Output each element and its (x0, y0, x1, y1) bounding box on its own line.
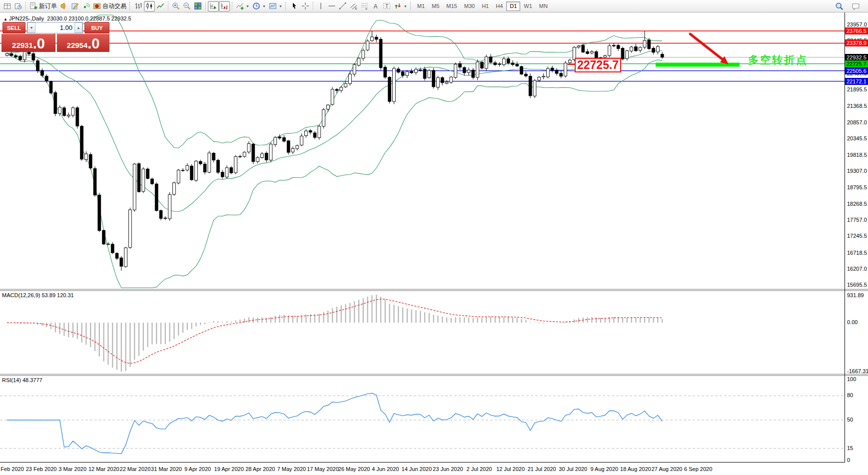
signals-icon[interactable] (80, 1, 91, 11)
bar-chart-icon[interactable] (133, 1, 144, 11)
template-icon[interactable]: ▼ (267, 1, 284, 11)
date-label: 4 Jun 2020 (372, 466, 399, 472)
dropdown-caret-icon[interactable]: ▼ (404, 4, 407, 8)
dropdown-caret-icon[interactable]: ▼ (262, 4, 266, 8)
zoom-in-icon[interactable] (170, 1, 181, 11)
chart-canvas[interactable] (0, 12, 868, 475)
price-annotation-box[interactable]: 22725.7 (575, 58, 621, 72)
line-chart-icon[interactable] (155, 1, 166, 11)
buy-price-box[interactable]: 22954 .0 (57, 34, 109, 52)
auto-scroll-icon[interactable] (208, 1, 219, 11)
one-click-trading-panel: SELL ▼ ▲ BUY 22931 .0 22954 .0 (1, 22, 109, 52)
macd-histogram (7, 295, 662, 372)
sell-button[interactable]: SELL (2, 22, 25, 33)
chat-icon[interactable] (850, 1, 862, 11)
date-label: 30 Jul 2020 (559, 466, 587, 472)
buy-button[interactable]: BUY (84, 22, 109, 33)
date-label: 3 Mar 2020 (58, 466, 86, 472)
price-line-badge: 22725.7 (845, 60, 868, 67)
buy-price-dec: .0 (87, 36, 99, 51)
date-label: 23 Jun 2020 (433, 466, 463, 472)
chart-window: ▲JPN225-,Daily 23030.0 23100.0 22887.5 2… (0, 12, 868, 475)
strategy-tester-icon[interactable] (12, 1, 23, 11)
macd-tick-label: -1667.31 (847, 368, 868, 374)
toolbar: 新订单 自动交易 ▼ ▼ ▼ E F A T ▼ M1 M5 M15 M30 H… (0, 0, 868, 12)
price-tick-label: 21368.5 (847, 103, 867, 109)
volume-up-button[interactable]: ▲ (74, 22, 82, 33)
date-label: 22 Mar 2020 (120, 466, 151, 472)
tf-m15-button[interactable]: M15 (443, 1, 460, 11)
autotrade-label: 自动交易 (102, 2, 126, 10)
zoom-out-icon[interactable] (181, 1, 192, 11)
tile-windows-icon[interactable] (192, 1, 203, 11)
charts-window-icon[interactable] (1, 1, 12, 11)
indicators-add-icon[interactable]: ▼ (234, 1, 251, 11)
arrows-icon[interactable]: ▼ (392, 1, 409, 11)
rsi-line (7, 393, 662, 454)
sell-price-box[interactable]: 22931 .0 (1, 34, 55, 52)
price-tick-label: 19818.5 (847, 152, 867, 158)
tf-h4-button[interactable]: H4 (492, 1, 506, 11)
metaeditor-icon[interactable] (69, 1, 80, 11)
volume-input[interactable] (35, 23, 74, 32)
macd-indicator-label: MACD(12,26,9) 53.89 120.31 (2, 292, 74, 298)
text-label-icon[interactable]: T (381, 1, 392, 11)
candlestick-chart-icon[interactable] (144, 1, 155, 11)
svg-text:E: E (355, 7, 357, 10)
rsi-tick-label: 0 (847, 457, 850, 463)
price-tick-label: 18268.5 (847, 201, 867, 207)
svg-text:F: F (365, 7, 367, 10)
buy-price-int: 22954 (67, 40, 88, 51)
cursor-icon[interactable] (289, 1, 300, 11)
periods-icon[interactable]: ▼ (251, 1, 267, 11)
equidistant-channel-icon[interactable]: E (348, 1, 359, 11)
date-label: 27 Aug 2020 (652, 466, 683, 472)
tf-m5-button[interactable]: M5 (428, 1, 443, 11)
rsi-tick-label: 50 (847, 417, 853, 423)
search-icon[interactable] (834, 1, 845, 11)
volume-down-button[interactable]: ▼ (27, 22, 35, 33)
new-order-button[interactable]: 新订单 (28, 1, 58, 11)
horizontal-line-icon[interactable] (326, 1, 337, 11)
candles-group (5, 31, 664, 271)
date-label: 14 Jun 2020 (402, 466, 432, 472)
date-label: 31 Mar 2020 (151, 466, 182, 472)
new-order-label: 新订单 (39, 2, 57, 10)
rsi-tick-label: 15 (847, 445, 853, 451)
date-label: 26 May 2020 (338, 466, 370, 472)
date-label: 2 Jul 2020 (467, 466, 492, 472)
bollinger-band (7, 53, 662, 288)
crosshair-icon[interactable] (300, 1, 311, 11)
date-label: 9 Apr 2020 (184, 466, 211, 472)
dropdown-caret-icon[interactable]: ▼ (279, 4, 282, 8)
date-label: 18 Aug 2020 (620, 466, 651, 472)
sell-price-int: 22931 (12, 40, 33, 51)
svg-text:T: T (385, 3, 388, 9)
macd-tick-label: 931.89 (847, 292, 864, 298)
chart-shift-icon[interactable] (219, 1, 230, 11)
price-line-badge: 23766.5 (845, 27, 868, 34)
tf-w1-button[interactable]: W1 (520, 1, 536, 11)
tf-d1-button[interactable]: D1 (506, 1, 520, 11)
fibonacci-icon[interactable]: F (359, 1, 370, 11)
time-axis[interactable]: 3 Feb 202023 Feb 20203 Mar 202012 Mar 20… (0, 466, 845, 475)
date-label: 21 Jul 2020 (528, 466, 556, 472)
horn-icon[interactable] (58, 1, 69, 11)
tf-m30-button[interactable]: M30 (461, 1, 478, 11)
text-icon[interactable]: A (370, 1, 381, 11)
dropdown-caret-icon[interactable]: ▼ (246, 4, 249, 8)
date-label: 23 Feb 2020 (26, 466, 57, 472)
trend-arrow[interactable] (690, 34, 729, 64)
trendline-icon[interactable] (337, 1, 348, 11)
price-tick-label: 23957.0 (847, 21, 867, 27)
vertical-line-icon[interactable] (315, 1, 326, 11)
price-tick-label: 20345.5 (847, 135, 867, 141)
rsi-tick-label: 80 (847, 392, 853, 398)
turning-point-annotation[interactable]: 多空转折点 (748, 53, 808, 67)
price-tick-label: 17245.5 (847, 233, 867, 239)
tf-mn-button[interactable]: MN (536, 1, 551, 11)
autotrade-button[interactable]: 自动交易 (91, 1, 128, 11)
price-tick-label: 15695.5 (847, 282, 867, 288)
tf-h1-button[interactable]: H1 (478, 1, 492, 11)
tf-m1-button[interactable]: M1 (414, 1, 428, 11)
